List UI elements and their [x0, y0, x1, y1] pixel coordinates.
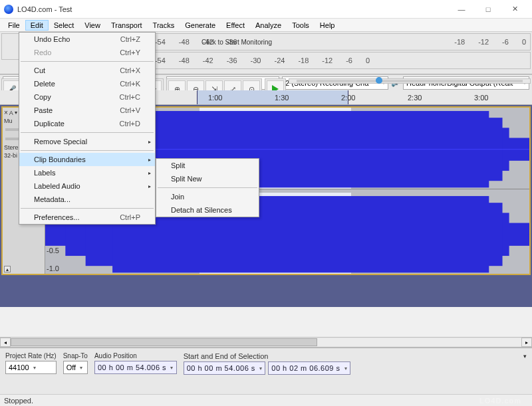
- menu-edit[interactable]: Edit: [25, 20, 49, 31]
- menu-tools[interactable]: Tools: [287, 20, 315, 31]
- scrub-handle[interactable]: [376, 77, 382, 84]
- scroll-left-icon[interactable]: ◂: [0, 338, 11, 347]
- submenu-detach-silences[interactable]: Detach at Silences: [156, 203, 259, 217]
- menu-generate[interactable]: Generate: [180, 20, 221, 31]
- menu-undo[interactable]: Undo EchoCtrl+Z: [19, 33, 155, 46]
- audio-position-field[interactable]: 00 h 00 m 54.006 s▾: [94, 361, 177, 374]
- track-collapse-icon[interactable]: ▴: [4, 266, 11, 272]
- menu-view[interactable]: View: [79, 20, 106, 31]
- horizontal-scrollbar[interactable]: ◂ ▸: [0, 337, 532, 348]
- submenu-split[interactable]: Split: [156, 159, 259, 172]
- menu-select[interactable]: Select: [49, 20, 80, 31]
- menubar: File Edit Select View Transport Tracks G…: [0, 19, 532, 32]
- playback-meter[interactable]: 🔊 LR -54 -48 -42 -36 -30 -24 -18 -12 -6 …: [108, 52, 531, 69]
- menu-analyze[interactable]: Analyze: [250, 20, 287, 31]
- selection-toolbar: Project Rate (Hz) 44100▾ Snap-To Off▾ Au…: [0, 348, 532, 394]
- scroll-right-icon[interactable]: ▸: [521, 338, 532, 347]
- snap-to-select[interactable]: Off▾: [63, 361, 88, 374]
- selection-end-field[interactable]: 00 h 02 m 06.609 s▾: [268, 361, 350, 375]
- app-icon: [4, 5, 13, 14]
- maximize-button[interactable]: □: [475, 1, 501, 18]
- track-name[interactable]: A: [9, 110, 13, 116]
- status-text: Stopped.: [4, 397, 33, 405]
- submenu-arrow-icon: ▸: [148, 157, 151, 163]
- selection-range-label[interactable]: Start and End of Selection▾: [184, 352, 527, 360]
- menu-metadata[interactable]: Metadata...: [19, 193, 155, 206]
- submenu-arrow-icon: ▸: [148, 183, 151, 189]
- menu-labeled-audio[interactable]: Labeled Audio▸: [19, 179, 155, 193]
- audio-position-label: Audio Position: [94, 352, 177, 359]
- menu-redo[interactable]: RedoCtrl+Y: [19, 46, 155, 59]
- scrub-toolbar: [289, 78, 531, 84]
- meters-area: 🎤 LR -54 -48 -42 -36 Click to Start Moni…: [108, 33, 531, 69]
- menu-tracks[interactable]: Tracks: [148, 20, 180, 31]
- submenu-arrow-icon: ▸: [148, 170, 151, 176]
- snap-to-label: Snap-To: [63, 352, 88, 359]
- submenu-arrow-icon: ▸: [148, 139, 151, 145]
- selection-start-field[interactable]: 00 h 00 m 54.006 s▾: [184, 361, 266, 375]
- menu-clip-boundaries[interactable]: Clip Boundaries▸: [19, 153, 155, 166]
- edit-menu-dropdown: Undo EchoCtrl+Z RedoCtrl+Y CutCtrl+X Del…: [19, 32, 156, 225]
- menu-transport[interactable]: Transport: [106, 20, 148, 31]
- submenu-join[interactable]: Join: [156, 190, 259, 203]
- clip-boundaries-submenu: Split Split New Join Detach at Silences: [156, 158, 259, 217]
- menu-remove-special[interactable]: Remove Special▸: [19, 135, 155, 148]
- menu-labels[interactable]: Labels▸: [19, 166, 155, 179]
- window-title: LO4D.com - Test: [17, 5, 72, 13]
- recording-meter[interactable]: 🎤 LR -54 -48 -42 -36 Click to Start Moni…: [108, 33, 531, 51]
- submenu-split-new[interactable]: Split New: [156, 172, 259, 185]
- close-button[interactable]: ✕: [501, 1, 528, 18]
- track-close-icon[interactable]: ×: [4, 109, 8, 116]
- minimize-button[interactable]: —: [448, 1, 475, 18]
- menu-cut[interactable]: CutCtrl+X: [19, 64, 155, 77]
- menu-file[interactable]: File: [3, 20, 25, 31]
- status-bar: Stopped. LO4D.com: [0, 394, 532, 406]
- scroll-thumb[interactable]: [11, 338, 317, 346]
- menu-duplicate[interactable]: DuplicateCtrl+D: [19, 117, 155, 130]
- window-controls: — □ ✕: [448, 1, 528, 18]
- menu-delete[interactable]: DeleteCtrl+K: [19, 77, 155, 90]
- play-meter-scale: -54 -48 -42 -36 -30 -24 -18 -12 -6 0: [155, 56, 370, 64]
- click-to-monitor-text[interactable]: Click to Start Monitoring: [201, 39, 272, 46]
- menu-copy[interactable]: CopyCtrl+C: [19, 90, 155, 104]
- titlebar: LO4D.com - Test — □ ✕: [0, 0, 532, 19]
- track-menu-icon[interactable]: ▾: [15, 110, 17, 116]
- project-rate-select[interactable]: 44100▾: [5, 361, 57, 374]
- menu-help[interactable]: Help: [315, 20, 340, 31]
- watermark: LO4D.com: [479, 397, 528, 405]
- project-rate-label: Project Rate (Hz): [5, 352, 57, 359]
- menu-preferences[interactable]: Preferences...Ctrl+P: [19, 211, 155, 224]
- menu-effect[interactable]: Effect: [221, 20, 250, 31]
- menu-paste[interactable]: PasteCtrl+V: [19, 104, 155, 117]
